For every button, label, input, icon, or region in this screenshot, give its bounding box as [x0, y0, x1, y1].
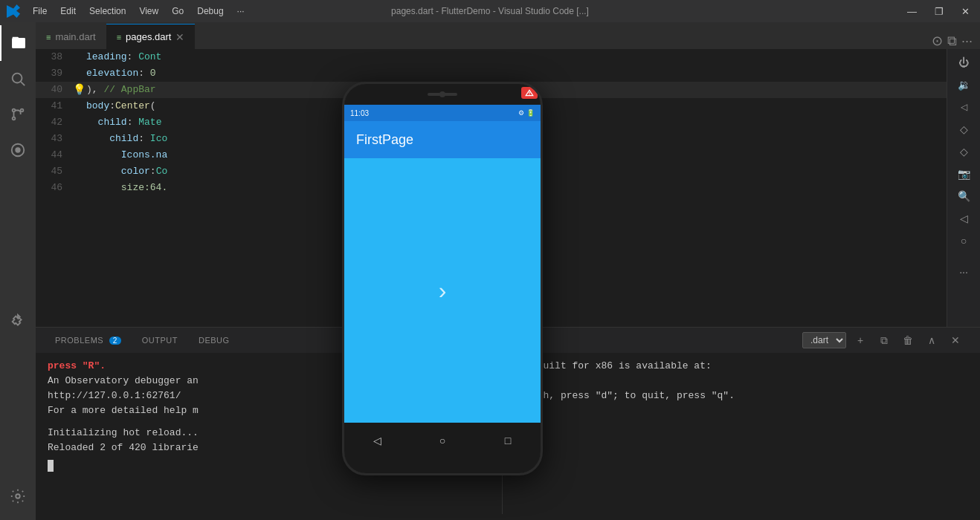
device-content: › — [344, 158, 541, 423]
menu-bar: File Edit Selection View Go Debug ··· — [27, 4, 251, 18]
open-editors-icon[interactable]: ⊙ — [932, 33, 943, 49]
vscode-logo-icon — [6, 4, 21, 19]
svg-point-3 — [13, 109, 16, 112]
tab-active-label: pages.dart — [126, 31, 171, 42]
line-bulb-40: 💡 — [71, 82, 86, 98]
svg-point-7 — [16, 148, 20, 152]
line-num-43: 43 — [36, 131, 71, 147]
tab-main-dart[interactable]: ≡ main.dart — [36, 24, 106, 49]
svg-line-2 — [21, 82, 25, 85]
volume-down-icon[interactable]: 🔉 — [952, 74, 976, 95]
activity-search-icon[interactable] — [0, 61, 36, 97]
scroll-up-button[interactable]: ∧ — [922, 331, 941, 350]
right-panel: ⏻ 🔉 ◁ ◇ ◇ 📷 🔍 ◁ ○ ··· — [947, 49, 980, 327]
device-frame: 11:03 ⚙ 🔋 FirstPage › ◁ ○ □ — [342, 82, 543, 475]
zoom-in-icon[interactable]: 🔍 — [952, 186, 976, 207]
tab-output[interactable]: OUTPUT — [132, 331, 188, 349]
terminal-right-line-1: SDK built for x86 is available at: — [515, 359, 969, 374]
line-num-42: 42 — [36, 114, 71, 131]
more-actions-icon[interactable]: ··· — [961, 33, 973, 49]
line-num-39: 39 — [36, 65, 71, 82]
terminal-right-line-2: detach, press "d"; to quit, press "q". — [515, 389, 969, 403]
close-panel-button[interactable]: ✕ — [946, 331, 965, 350]
device-camera — [439, 91, 445, 97]
line-content-39: elevation: 0 — [86, 65, 947, 82]
device-overlay: 11:03 ⚙ 🔋 FirstPage › ◁ ○ □ — [342, 82, 543, 475]
svg-point-8 — [16, 494, 20, 498]
activity-bar — [0, 22, 36, 520]
maximize-button[interactable]: ❐ — [930, 6, 948, 17]
device-notification-badge — [521, 87, 538, 99]
split-editor-icon[interactable]: ⧉ — [947, 33, 957, 49]
bottom-toolbar: .dart + ⧉ 🗑 ∧ ✕ — [802, 331, 971, 350]
minimize-button[interactable]: — — [903, 6, 921, 17]
svg-point-4 — [21, 109, 24, 112]
line-num-44: 44 — [36, 147, 71, 163]
add-terminal-button[interactable]: + — [851, 331, 870, 350]
menu-view[interactable]: View — [133, 4, 164, 18]
menu-file[interactable]: File — [27, 4, 53, 18]
title-bar-left: File Edit Selection View Go Debug ··· — [6, 4, 251, 19]
code-line-39: 39 elevation: 0 — [36, 65, 947, 82]
terminal-select[interactable]: .dart — [802, 332, 846, 348]
tab-pages-dart[interactable]: ≡ pages.dart ✕ — [106, 24, 196, 49]
svg-point-1 — [13, 74, 22, 83]
diamond-icon[interactable]: ◇ — [952, 119, 976, 140]
device-back-button[interactable]: ◁ — [366, 429, 388, 452]
device-recents-button[interactable]: □ — [497, 429, 519, 452]
activity-git-icon[interactable] — [0, 97, 36, 132]
activity-settings-icon[interactable] — [0, 478, 36, 514]
terminal-right-spacer — [515, 374, 969, 389]
circle-icon[interactable]: ○ — [952, 230, 976, 251]
window-title: pages.dart - FlutterDemo - Visual Studio… — [391, 6, 589, 16]
device-bottom-bar — [344, 458, 541, 473]
activity-extensions-icon[interactable] — [0, 304, 36, 339]
menu-edit[interactable]: Edit — [54, 4, 82, 18]
more-emu-icon[interactable]: ··· — [952, 261, 976, 282]
menu-more[interactable]: ··· — [231, 4, 251, 18]
code-line-38: 38 leading: Cont — [36, 49, 947, 65]
tab-close-button[interactable]: ✕ — [175, 31, 184, 43]
device-status-bar: 11:03 ⚙ 🔋 — [344, 105, 541, 121]
delete-terminal-button[interactable]: 🗑 — [898, 331, 918, 350]
problems-badge: 2 — [109, 337, 121, 345]
tab-file-icon: ≡ — [46, 33, 51, 42]
line-num-40: 40 — [36, 82, 71, 98]
menu-debug[interactable]: Debug — [191, 4, 229, 18]
line-num-41: 41 — [36, 98, 71, 114]
device-app-bar: FirstPage — [344, 121, 541, 158]
line-num-46: 46 — [36, 180, 71, 196]
volume-up-icon[interactable]: ◁ — [952, 97, 976, 117]
svg-point-11 — [529, 94, 529, 95]
terminal-right: SDK built for x86 is available at: detac… — [502, 359, 969, 514]
device-home-button[interactable]: ○ — [431, 429, 454, 452]
window-controls: — ❐ ✕ — [903, 6, 974, 17]
separator — [950, 256, 977, 260]
title-bar: File Edit Selection View Go Debug ··· pa… — [0, 0, 980, 22]
line-num-38: 38 — [36, 49, 71, 65]
menu-go[interactable]: Go — [166, 4, 190, 18]
close-button[interactable]: ✕ — [957, 6, 974, 17]
device-app-title: FirstPage — [356, 132, 413, 148]
menu-selection[interactable]: Selection — [83, 4, 132, 18]
svg-point-5 — [13, 117, 16, 120]
tab-active-file-icon: ≡ — [117, 33, 121, 42]
back-icon[interactable]: ◁ — [952, 208, 976, 229]
diamond2-icon[interactable]: ◇ — [952, 141, 976, 162]
activity-debug-icon[interactable] — [0, 132, 36, 168]
tab-problems[interactable]: PROBLEMS 2 — [45, 331, 132, 349]
device-battery-icon: 🔋 — [526, 109, 535, 117]
activity-explorer-icon[interactable] — [0, 25, 36, 61]
device-nav-arrow[interactable]: › — [439, 277, 447, 305]
device-time: 11:03 — [350, 109, 369, 117]
line-num-45: 45 — [36, 163, 71, 180]
camera-icon[interactable]: 📷 — [952, 163, 976, 184]
power-icon[interactable]: ⏻ — [952, 52, 976, 73]
tabs-bar: ≡ main.dart ≡ pages.dart ✕ ⊙ ⧉ ··· — [36, 22, 980, 49]
device-status-icons: ⚙ 🔋 — [518, 109, 535, 117]
tab-debug[interactable]: DEBUG — [188, 331, 240, 349]
tab-label: main.dart — [55, 31, 95, 42]
device-screen[interactable]: FirstPage › — [344, 121, 541, 423]
device-settings-icon: ⚙ — [518, 109, 524, 117]
split-terminal-button[interactable]: ⧉ — [874, 331, 894, 350]
